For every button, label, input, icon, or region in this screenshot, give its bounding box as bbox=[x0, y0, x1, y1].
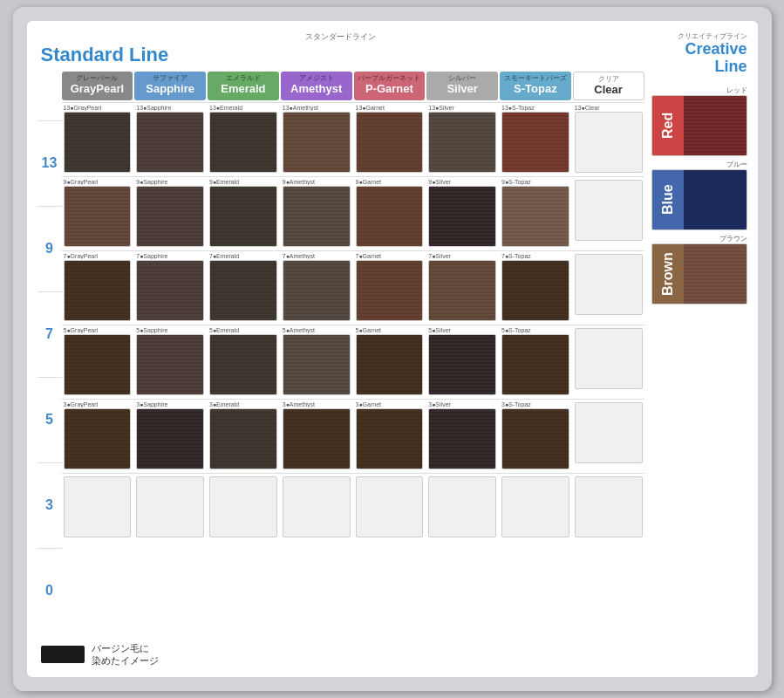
swatch-cell-5-1[interactable]: 5●Sapphire bbox=[134, 325, 206, 397]
header-cell-pgarnet: パープルガーネットP-Garnet bbox=[354, 72, 426, 100]
swatch-label: 7●Garnet bbox=[356, 253, 424, 259]
row-label-7: 7 bbox=[37, 291, 62, 377]
swatch-cell-13-6[interactable]: 13●S-Topaz bbox=[500, 103, 571, 174]
swatch-label: 5●Garnet bbox=[356, 327, 424, 333]
creative-color-label-brown: Brown bbox=[652, 244, 684, 304]
footer-text: バージン毛に染めたイメージ bbox=[92, 642, 159, 667]
creative-item-wrapper-brown: ブラウンBrown bbox=[651, 234, 747, 305]
swatch-cell-7-4[interactable]: 7●Garnet bbox=[354, 251, 426, 323]
creative-swatch-brown bbox=[684, 244, 747, 304]
swatch-label: 7●Emerald bbox=[209, 253, 277, 259]
footer-swatch bbox=[41, 646, 85, 663]
footer: バージン毛に染めたイメージ bbox=[37, 642, 644, 667]
swatch-cell-9-6[interactable]: 9●S-Topaz bbox=[500, 177, 571, 249]
swatch-cell-9-0[interactable]: 9●GrayPearl bbox=[62, 177, 133, 249]
creative-items: レッドRedブルーBlueブラウンBrown bbox=[651, 86, 747, 305]
swatch-box bbox=[501, 476, 569, 537]
swatch-label: 5●Silver bbox=[428, 327, 496, 333]
swatch-cell-3-0[interactable]: 3●GrayPearl bbox=[62, 400, 133, 471]
swatch-box bbox=[575, 402, 643, 463]
row-label-13: 13 bbox=[37, 120, 62, 206]
swatch-cell-5-2[interactable]: 5●Emerald bbox=[208, 325, 279, 397]
swatch-cell-13-4[interactable]: 13●Garnet bbox=[354, 103, 426, 174]
swatch-cell-7-5[interactable]: 7●Silver bbox=[426, 251, 498, 323]
swatch-cell-13-3[interactable]: 13●Amethyst bbox=[281, 103, 352, 174]
swatch-label: 9●Amethyst bbox=[283, 179, 351, 185]
swatch-box bbox=[428, 112, 496, 173]
main-section: スタンダードライン Standard Line 1397530 グレーパールGr… bbox=[37, 31, 644, 667]
swatch-cell-0-3[interactable] bbox=[281, 474, 352, 539]
swatch-box bbox=[136, 408, 204, 469]
swatch-box bbox=[283, 112, 351, 173]
swatch-cell-9-7[interactable] bbox=[573, 177, 644, 249]
swatch-box bbox=[209, 408, 277, 469]
swatch-label: 7●GrayPearl bbox=[64, 253, 132, 259]
swatch-cell-0-2[interactable] bbox=[208, 474, 279, 539]
swatch-label: 13●Amethyst bbox=[283, 105, 351, 111]
swatch-cell-7-3[interactable]: 7●Amethyst bbox=[281, 251, 352, 323]
swatch-cell-9-1[interactable]: 9●Sapphire bbox=[134, 177, 206, 249]
swatch-cell-13-2[interactable]: 13●Emerald bbox=[208, 103, 279, 174]
header-row: グレーパールGrayPearlサファイアSapphireエメラルドEmerald… bbox=[62, 72, 644, 100]
swatch-label: 13●Clear bbox=[575, 105, 643, 111]
swatch-cell-13-5[interactable]: 13●Silver bbox=[426, 103, 498, 174]
swatch-cell-3-3[interactable]: 3●Amethyst bbox=[281, 400, 352, 471]
swatch-cell-5-0[interactable]: 5●GrayPearl bbox=[62, 325, 133, 397]
swatch-label: 7●Sapphire bbox=[136, 253, 204, 259]
swatch-cell-13-7[interactable]: 13●Clear bbox=[573, 103, 644, 174]
swatch-box bbox=[428, 334, 496, 395]
swatch-cell-7-6[interactable]: 7●S-Topaz bbox=[500, 251, 571, 323]
swatch-cell-0-1[interactable] bbox=[134, 474, 206, 539]
swatch-label: 13●S-Topaz bbox=[501, 105, 569, 111]
swatch-box bbox=[501, 260, 569, 321]
creative-item-wrapper-red: レッドRed bbox=[651, 86, 747, 156]
swatch-cell-0-6[interactable] bbox=[500, 474, 571, 539]
swatch-label: 7●Silver bbox=[428, 253, 496, 259]
creative-jp-brown: ブラウン bbox=[651, 234, 747, 243]
header-cell-stopaz: スモーキートパーズS-Topaz bbox=[500, 72, 571, 100]
swatch-cell-3-2[interactable]: 3●Emerald bbox=[208, 400, 279, 471]
swatch-cell-13-1[interactable]: 13●Sapphire bbox=[134, 103, 206, 174]
swatch-cell-3-1[interactable]: 3●Sapphire bbox=[134, 400, 206, 471]
swatch-cell-0-4[interactable] bbox=[354, 474, 426, 539]
swatch-box bbox=[356, 186, 424, 247]
swatch-box bbox=[428, 408, 496, 469]
swatch-cell-9-4[interactable]: 9●Garnet bbox=[354, 177, 426, 249]
row-label-3: 3 bbox=[37, 462, 62, 548]
swatch-cell-9-3[interactable]: 9●Amethyst bbox=[281, 177, 352, 249]
swatch-label: 3●S-Topaz bbox=[501, 401, 569, 407]
swatch-cell-5-6[interactable]: 5●S-Topaz bbox=[500, 325, 571, 397]
data-row-7: 7●GrayPearl7●Sapphire7●Emerald7●Amethyst… bbox=[62, 250, 644, 323]
creative-item-brown[interactable]: Brown bbox=[651, 243, 747, 305]
swatch-cell-0-7[interactable] bbox=[573, 474, 644, 539]
creative-item-red[interactable]: Red bbox=[651, 95, 747, 156]
swatch-cell-0-0[interactable] bbox=[62, 474, 133, 539]
swatch-cell-13-0[interactable]: 13●GrayPearl bbox=[62, 103, 133, 174]
swatch-box bbox=[428, 186, 496, 247]
swatch-label: 5●S-Topaz bbox=[501, 327, 569, 333]
swatch-cell-3-6[interactable]: 3●S-Topaz bbox=[500, 400, 571, 471]
swatch-label: 3●Amethyst bbox=[283, 401, 351, 407]
swatch-cell-5-4[interactable]: 5●Garnet bbox=[354, 325, 426, 397]
swatch-cell-5-5[interactable]: 5●Silver bbox=[426, 325, 498, 397]
creative-item-blue[interactable]: Blue bbox=[651, 169, 747, 230]
header-cell-emerald: エメラルドEmerald bbox=[208, 72, 279, 100]
header-cell-graypearl: グレーパールGrayPearl bbox=[62, 72, 133, 100]
swatch-label: 13●Emerald bbox=[209, 105, 277, 111]
swatch-cell-7-0[interactable]: 7●GrayPearl bbox=[62, 251, 133, 323]
swatch-box bbox=[136, 476, 204, 537]
swatch-label: 13●Garnet bbox=[356, 105, 424, 111]
swatch-cell-5-3[interactable]: 5●Amethyst bbox=[281, 325, 352, 397]
swatch-box bbox=[136, 186, 204, 247]
swatch-cell-7-2[interactable]: 7●Emerald bbox=[208, 251, 279, 323]
swatch-cell-7-7[interactable] bbox=[573, 251, 644, 323]
swatch-cell-3-7[interactable] bbox=[573, 400, 644, 471]
swatch-cell-0-5[interactable] bbox=[426, 474, 498, 539]
swatch-cell-9-5[interactable]: 9●Silver bbox=[426, 177, 498, 249]
swatch-cell-5-7[interactable] bbox=[573, 325, 644, 397]
swatch-cell-7-1[interactable]: 7●Sapphire bbox=[134, 251, 206, 323]
swatch-cell-3-5[interactable]: 3●Silver bbox=[426, 400, 498, 471]
swatch-cell-9-2[interactable]: 9●Emerald bbox=[208, 177, 279, 249]
swatch-cell-3-4[interactable]: 3●Garnet bbox=[354, 400, 426, 471]
swatch-box bbox=[209, 186, 277, 247]
